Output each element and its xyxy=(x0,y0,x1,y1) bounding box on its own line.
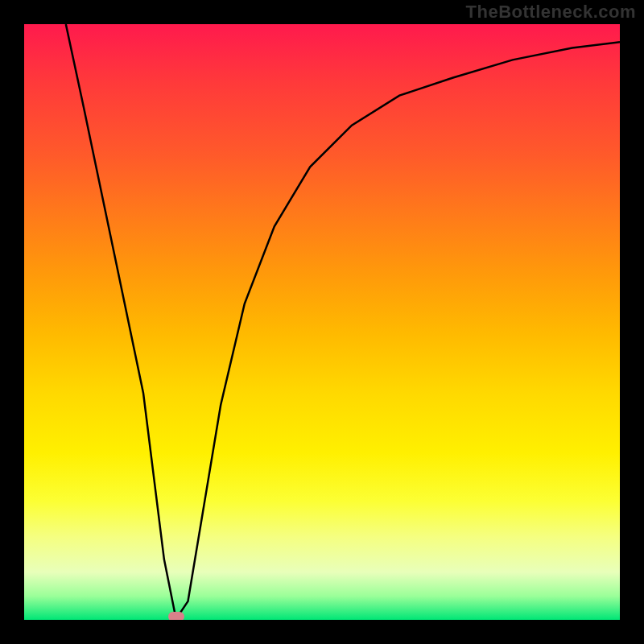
bottleneck-curve xyxy=(24,24,620,620)
plot-area xyxy=(24,24,620,620)
watermark-label: TheBottleneck.com xyxy=(466,2,636,23)
chart-frame: TheBottleneck.com xyxy=(0,0,644,644)
optimal-point-marker xyxy=(168,612,184,620)
